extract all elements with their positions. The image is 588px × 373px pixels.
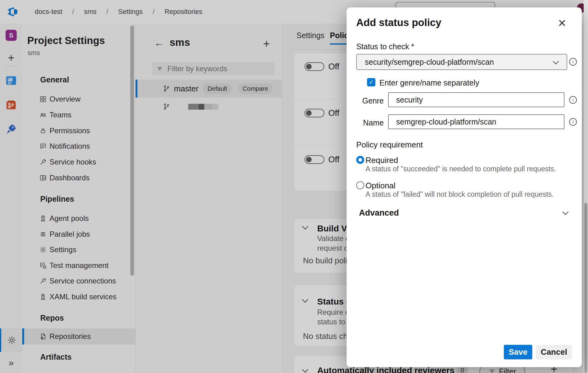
dialog-title: Add status policy — [356, 17, 441, 29]
name-field[interactable]: semgrep-cloud-platform/scan — [388, 114, 564, 129]
status-to-check-dropdown[interactable]: security/semgrep-cloud-platform/scan — [356, 54, 567, 70]
required-radio[interactable] — [356, 156, 364, 164]
genre-value: security — [396, 95, 423, 104]
chevron-down-icon — [553, 58, 559, 64]
page-scrollbar-thumb[interactable] — [584, 203, 587, 373]
genre-label: Genre — [355, 96, 384, 105]
status-to-check-label: Status to check * — [356, 42, 414, 51]
required-description: A status of "succeeded" is needed to com… — [365, 165, 556, 173]
dropdown-value: security/semgrep-cloud-platform/scan — [365, 58, 494, 67]
add-status-policy-dialog: Add status policy × Status to check * se… — [347, 7, 582, 367]
info-icon[interactable]: i — [569, 58, 577, 66]
chevron-down-icon[interactable] — [562, 209, 569, 215]
close-icon[interactable]: × — [555, 15, 569, 30]
genre-name-checkbox[interactable]: ✓ — [367, 78, 375, 86]
genre-field[interactable]: security — [388, 92, 564, 107]
page-scrollbar[interactable] — [584, 0, 588, 373]
advanced-section-toggle[interactable]: Advanced — [359, 208, 399, 218]
info-icon[interactable]: i — [569, 96, 577, 104]
name-label: Name — [355, 118, 384, 127]
info-icon[interactable]: i — [569, 118, 577, 126]
checkbox-label[interactable]: Enter genre/name separately — [379, 78, 479, 87]
required-label[interactable]: Required — [365, 156, 398, 165]
cancel-button[interactable]: Cancel — [536, 345, 572, 359]
policy-requirement-label: Policy requirement — [356, 140, 423, 150]
name-value: semgrep-cloud-platform/scan — [396, 117, 496, 126]
optional-description: A status of "failed" will not block comp… — [365, 190, 554, 199]
optional-label[interactable]: Optional — [365, 181, 396, 191]
save-button[interactable]: Save — [504, 345, 532, 359]
check-icon: ✓ — [369, 79, 374, 86]
optional-radio[interactable] — [356, 181, 364, 189]
